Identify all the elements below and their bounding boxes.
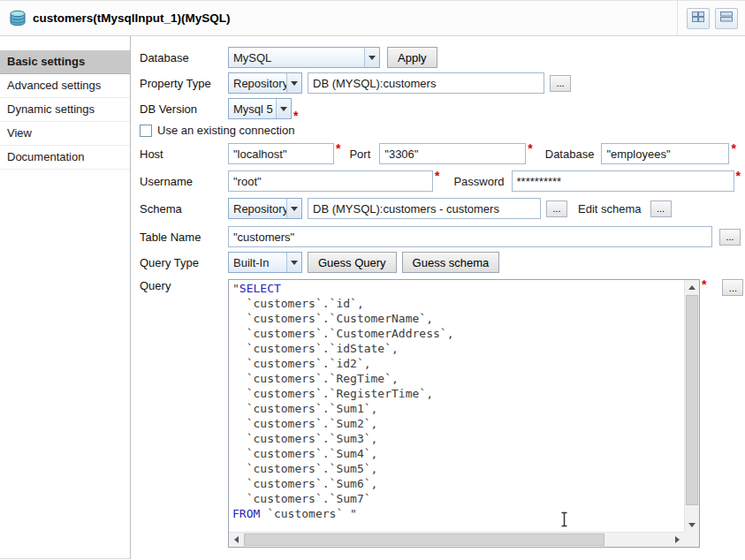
table-name-label: Table Name [140, 231, 228, 244]
required-marker: * [731, 143, 735, 154]
chevron-down-icon [286, 253, 301, 272]
host-field[interactable]: "localhost" [228, 143, 334, 164]
port-label: Port [349, 148, 370, 161]
scroll-up-icon[interactable] [685, 280, 699, 294]
database-name-label: Database [545, 148, 595, 161]
horizontal-scrollbar-thumb[interactable] [244, 534, 604, 546]
password-field[interactable]: ********** [512, 170, 734, 192]
sidebar-item-advanced-settings[interactable]: Advanced settings [0, 74, 130, 98]
schema-repository-field[interactable]: DB (MYSQL):customers - customers [308, 198, 541, 219]
required-marker: * [528, 143, 532, 154]
horizontal-scrollbar[interactable] [229, 532, 684, 547]
query-type-row: Query Type Built-In Guess Query Guess sc… [140, 252, 740, 273]
property-repository-field[interactable]: DB (MYSQL):customers [308, 72, 544, 94]
grid-layout-icon [692, 11, 704, 25]
rows-layout-button[interactable] [715, 8, 738, 29]
sidebar-item-documentation[interactable]: Documentation [0, 146, 130, 170]
property-type-label: Property Type [140, 77, 228, 90]
settings-sidebar: Basic settings Advanced settings Dynamic… [0, 36, 131, 559]
database-icon [9, 10, 27, 26]
edit-schema-label: Edit schema [578, 202, 642, 216]
database-row: Database MySQL Apply [140, 47, 740, 68]
sidebar-item-basic-settings[interactable]: Basic settings [0, 50, 130, 74]
password-label: Password [453, 175, 504, 188]
schema-type-select[interactable]: Repository [228, 198, 302, 219]
titlebar-buttons [677, 1, 738, 35]
host-label: Host [140, 148, 228, 161]
schema-row: Schema Repository DB (MYSQL):customers -… [140, 198, 740, 219]
sidebar-item-dynamic-settings[interactable]: Dynamic settings [0, 98, 130, 122]
chevron-down-icon [276, 99, 291, 118]
username-field[interactable]: "root" [228, 170, 433, 192]
basic-settings-panel: Database MySQL Apply Property Type Repos… [131, 36, 745, 559]
db-version-label: DB Version [140, 102, 228, 116]
query-type-label: Query Type [140, 256, 228, 269]
property-type-browse-button[interactable]: ... [550, 75, 571, 92]
database-label: Database [140, 51, 228, 64]
table-name-row: Table Name "customers" ... [140, 226, 740, 247]
property-type-select[interactable]: Repository [228, 72, 302, 94]
vertical-scrollbar[interactable] [684, 280, 699, 532]
query-browse-button[interactable]: ... [722, 279, 743, 296]
guess-schema-button[interactable]: Guess schema [402, 252, 500, 273]
required-marker: * [336, 143, 340, 154]
component-title: customers(tMysqlInput_1)(MySQL) [33, 11, 231, 25]
schema-browse-button[interactable]: ... [546, 201, 567, 217]
query-type-select[interactable]: Built-In [228, 252, 302, 273]
query-label: Query [140, 279, 228, 292]
credentials-row: Username "root" * Password ********** * [140, 170, 740, 192]
component-titlebar: customers(tMysqlInput_1)(MySQL) [0, 0, 745, 36]
scroll-left-icon[interactable] [229, 533, 243, 547]
chevron-down-icon [286, 199, 301, 218]
vertical-scrollbar-thumb[interactable] [686, 295, 698, 505]
required-marker: * [702, 279, 706, 290]
table-name-browse-button[interactable]: ... [719, 229, 741, 246]
sidebar-item-view[interactable]: View [0, 122, 130, 146]
database-type-select[interactable]: MySQL [228, 47, 380, 68]
db-version-select[interactable]: Mysql 5 [228, 98, 292, 119]
schema-label: Schema [140, 202, 228, 216]
rows-layout-icon [720, 11, 733, 25]
query-text[interactable]: "SELECT `customers`.`id`, `customers`.`C… [229, 280, 684, 532]
existing-connection-row: Use an existing connection [140, 124, 740, 137]
db-version-row: DB Version Mysql 5 * [140, 98, 740, 119]
query-row: Query "SELECT `customers`.`id`, `custome… [140, 279, 740, 548]
scroll-down-icon[interactable] [685, 518, 699, 532]
edit-schema-button[interactable]: ... [650, 201, 672, 217]
required-marker: * [435, 170, 439, 181]
use-existing-connection-label: Use an existing connection [157, 124, 294, 137]
table-name-field[interactable]: "customers" [228, 226, 712, 247]
chevron-down-icon [286, 73, 301, 93]
property-type-row: Property Type Repository DB (MYSQL):cust… [140, 72, 740, 94]
guess-query-button[interactable]: Guess Query [308, 252, 397, 273]
required-marker: * [736, 170, 741, 181]
port-field[interactable]: "3306" [379, 143, 526, 164]
query-editor[interactable]: "SELECT `customers`.`id`, `customers`.`C… [228, 279, 700, 548]
use-existing-connection-checkbox[interactable] [140, 125, 152, 137]
database-name-field[interactable]: "employees" [601, 143, 729, 164]
database-type-value: MySQL [233, 51, 271, 64]
required-marker: * [293, 112, 298, 119]
chevron-down-icon [364, 48, 379, 67]
grid-layout-button[interactable] [687, 8, 710, 29]
host-row: Host "localhost" * Port "3306" * Databas… [140, 143, 740, 164]
apply-button[interactable]: Apply [387, 47, 437, 68]
scroll-right-icon[interactable] [670, 533, 684, 547]
username-label: Username [140, 175, 228, 188]
scrollbar-corner [684, 532, 699, 547]
